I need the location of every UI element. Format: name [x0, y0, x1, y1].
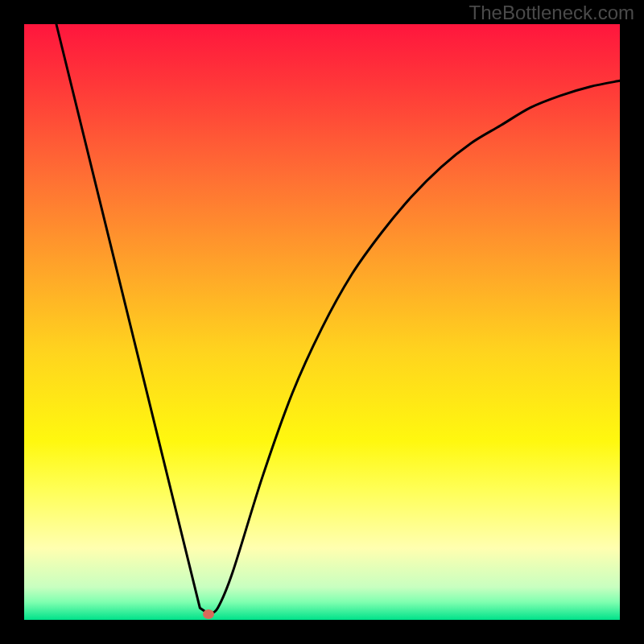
bottleneck-curve — [24, 24, 620, 620]
chart-frame — [24, 24, 620, 620]
watermark-text: TheBottleneck.com — [469, 2, 634, 24]
minimum-marker-dot — [203, 609, 214, 619]
